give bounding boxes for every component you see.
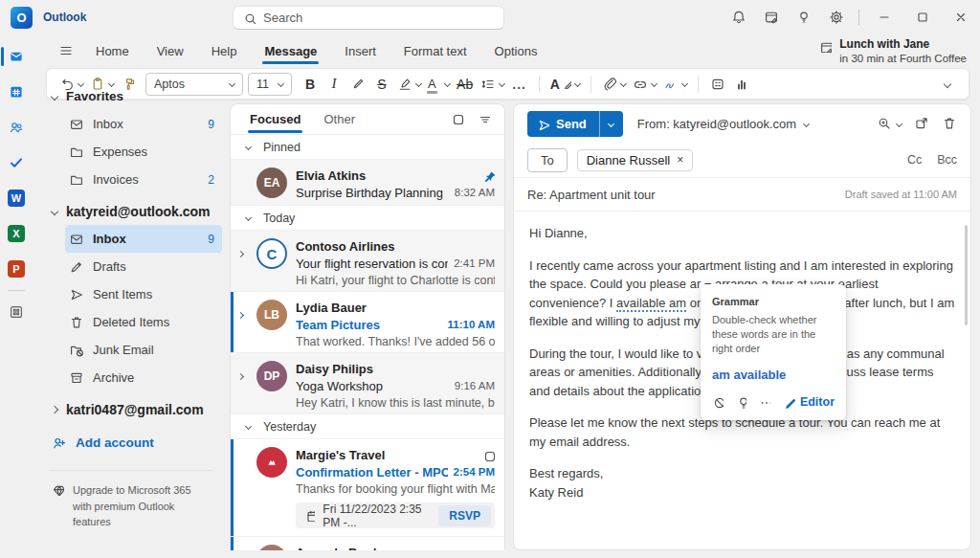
send-split-button[interactable]: Send — [527, 111, 623, 137]
unread-count-badge: 9 — [208, 118, 214, 131]
recipient-pill[interactable]: Dianne Russell × — [577, 149, 693, 171]
loop-component-button[interactable] — [706, 72, 729, 97]
signature-button[interactable] — [660, 72, 690, 97]
bold-button[interactable]: B — [299, 72, 322, 97]
italic-icon: I — [332, 76, 337, 92]
upgrade-promo[interactable]: Upgrade to Microsoft 365 with premium Ou… — [48, 482, 222, 530]
expand-conversation-chevron[interactable] — [237, 312, 244, 319]
draw-pen-button[interactable] — [346, 72, 369, 97]
rail-powerpoint-button[interactable]: P — [0, 258, 33, 279]
select-messages-icon[interactable] — [451, 112, 466, 127]
tab-help[interactable]: Help — [210, 38, 239, 64]
favorite-invoices[interactable]: Invoices 2 — [65, 166, 222, 193]
tab-other[interactable]: Other — [322, 105, 357, 133]
tab-options[interactable]: Options — [493, 38, 540, 64]
rail-more-apps-button[interactable] — [0, 301, 33, 323]
message-item-daisy-philips[interactable]: DP Daisy Philips Yoga Workshop 9:16 AM H… — [231, 353, 504, 414]
insert-chart-button[interactable] — [730, 72, 753, 97]
grammar-flagged-text[interactable]: available am — [616, 296, 686, 312]
message-body-editor[interactable]: Hi Dianne, I recently came across your a… — [514, 212, 970, 514]
line-spacing-button[interactable] — [478, 72, 507, 97]
more-formatting-button[interactable]: ... — [508, 72, 531, 97]
folder-drafts[interactable]: Drafts — [65, 253, 222, 280]
my-day-button[interactable] — [755, 0, 788, 34]
rail-mail-button[interactable] — [0, 46, 33, 67]
ignore-suggestion-icon[interactable] — [712, 395, 724, 411]
tab-home[interactable]: Home — [94, 38, 131, 64]
remove-recipient-icon[interactable]: × — [677, 153, 683, 167]
folder-inbox-selected[interactable]: Inbox 9 — [65, 225, 222, 253]
message-item-contoso-airlines[interactable]: C Contoso Airlines Your flight reservati… — [231, 231, 504, 292]
discard-draft-icon[interactable] — [942, 116, 957, 131]
tab-insert[interactable]: Insert — [343, 38, 378, 64]
bcc-button[interactable]: Bcc — [937, 153, 957, 167]
rsvp-button[interactable]: RSVP — [438, 505, 491, 526]
rail-todo-button[interactable] — [0, 152, 33, 173]
rail-excel-button[interactable]: X — [0, 223, 33, 244]
expand-conversation-chevron[interactable] — [237, 373, 244, 380]
settings-button[interactable] — [820, 0, 853, 34]
favorites-section-header[interactable]: Favorites — [48, 82, 222, 110]
message-item-amanda-brady[interactable]: AB Amanda Brady Apartment Parking Spot O… — [231, 537, 504, 550]
from-selector[interactable]: From: katyreid@outlook.com — [637, 117, 809, 131]
folder-junk-email[interactable]: Junk Email — [65, 336, 222, 364]
attach-file-button[interactable] — [599, 72, 629, 97]
zoom-button[interactable] — [877, 116, 902, 131]
tips-button[interactable] — [788, 0, 820, 34]
maximize-icon — [915, 10, 930, 25]
body-scrollbar[interactable] — [965, 225, 968, 325]
calendar-reminder[interactable]: Lunch with Jane in 30 min at Fourth Coff… — [819, 37, 967, 65]
insert-link-button[interactable] — [630, 72, 659, 97]
notifications-button[interactable] — [723, 0, 755, 34]
filter-icon[interactable] — [478, 112, 493, 127]
tab-focused[interactable]: Focused — [248, 105, 302, 133]
tab-view[interactable]: View — [155, 38, 186, 64]
send-options-button[interactable] — [599, 111, 623, 137]
minimize-button[interactable] — [865, 0, 903, 34]
search-input[interactable]: Search — [233, 6, 504, 30]
group-collapse-chevron — [245, 144, 252, 150]
grammar-suggestion-link[interactable]: am available — [712, 366, 835, 385]
font-color-button[interactable]: A — [425, 72, 453, 97]
folder-archive[interactable]: Archive — [65, 364, 222, 391]
strikethrough-icon: S — [377, 77, 386, 92]
to-button[interactable]: To — [527, 148, 568, 172]
rail-word-button[interactable]: W — [0, 188, 33, 209]
highlight-button[interactable] — [394, 72, 424, 97]
styles-button[interactable]: A — [547, 72, 583, 97]
italic-button[interactable]: I — [323, 72, 345, 97]
open-editor-button[interactable]: Editor — [783, 393, 835, 412]
tab-message[interactable]: Message — [262, 38, 319, 64]
add-account-button[interactable]: Add account — [48, 429, 222, 457]
message-item-lydia-bauer[interactable]: LB Lydia Bauer Team Pictures 11:10 AM Th… — [231, 292, 504, 353]
toolbar-overflow-button[interactable] — [936, 72, 959, 97]
message-time: 2:41 PM — [454, 257, 495, 272]
cc-button[interactable]: Cc — [907, 153, 922, 167]
message-item-margies-travel[interactable]: Margie's Travel Confirmation Letter - MP… — [231, 439, 504, 537]
bold-icon: B — [305, 77, 315, 92]
group-header-pinned[interactable]: Pinned — [231, 135, 504, 160]
account-gmail-header[interactable]: katri0487@gmail.com — [48, 395, 222, 423]
folder-deleted-items[interactable]: Deleted Items — [65, 308, 222, 336]
open-in-new-window-icon[interactable] — [914, 116, 929, 131]
strikethrough-button[interactable]: S — [370, 72, 393, 97]
maximize-button[interactable] — [903, 0, 942, 34]
group-header-today[interactable]: Today — [231, 206, 504, 231]
expand-conversation-chevron[interactable] — [237, 251, 244, 257]
folder-sent-items[interactable]: Sent Items — [65, 280, 222, 308]
clear-formatting-button[interactable]: Ab — [454, 72, 477, 97]
favorite-expenses[interactable]: Expenses — [65, 138, 222, 166]
group-header-yesterday[interactable]: Yesterday — [231, 414, 504, 439]
favorite-inbox[interactable]: Inbox 9 — [65, 110, 222, 138]
account-outlook-header[interactable]: katyreid@outlook.com — [48, 197, 222, 225]
folder-pane-toggle-button[interactable] — [52, 37, 80, 64]
tab-format-text[interactable]: Format text — [402, 38, 469, 64]
rail-calendar-button[interactable] — [0, 81, 33, 102]
subject-field[interactable]: Re: Apartment unit tour — [527, 188, 656, 202]
font-size-select[interactable]: 11 — [248, 73, 292, 96]
suggestion-lightbulb-icon[interactable] — [736, 395, 747, 411]
more-suggestion-options-icon[interactable] — [759, 395, 770, 411]
close-button[interactable] — [942, 0, 980, 34]
message-item-elvia-atkins[interactable]: EA Elvia Atkins Surprise Birthday Planni… — [231, 160, 504, 206]
rail-people-button[interactable] — [0, 117, 33, 138]
